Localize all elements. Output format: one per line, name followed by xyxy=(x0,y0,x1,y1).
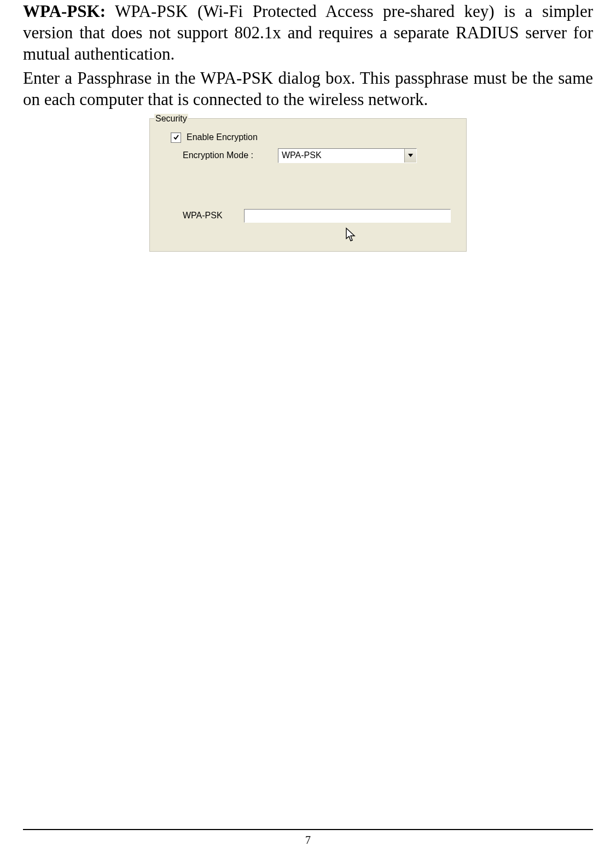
wpa-psk-input[interactable] xyxy=(244,209,451,223)
security-groupbox: Security Enable Encryption Encryption Mo… xyxy=(149,114,467,252)
page-number: 7 xyxy=(0,834,616,846)
enable-encryption-label: Enable Encryption xyxy=(187,132,258,142)
enable-encryption-row: Enable Encryption xyxy=(171,132,462,143)
wpa-psk-label: WPA-PSK xyxy=(183,211,244,221)
security-groupbox-title: Security xyxy=(154,114,188,124)
encryption-mode-dropdown-button[interactable] xyxy=(404,149,416,163)
chevron-down-icon xyxy=(408,154,413,157)
encryption-mode-value[interactable] xyxy=(278,149,404,163)
footer-divider xyxy=(23,829,593,830)
checkmark-icon xyxy=(173,134,179,141)
enable-encryption-checkbox[interactable] xyxy=(171,132,181,143)
security-dialog-screenshot: Security Enable Encryption Encryption Mo… xyxy=(149,114,467,252)
encryption-mode-row: Encryption Mode : xyxy=(183,148,462,163)
paragraph-wpapsk-definition: WPA-PSK: WPA-PSK (Wi-Fi Protected Access… xyxy=(23,0,593,65)
encryption-mode-label: Encryption Mode : xyxy=(183,150,278,160)
encryption-mode-combobox[interactable] xyxy=(278,148,417,163)
wpapsk-definition-text: WPA-PSK (Wi-Fi Protected Access pre-shar… xyxy=(23,2,593,63)
paragraph-passphrase-instruction: Enter a Passphrase in the WPA-PSK dialog… xyxy=(23,68,593,111)
wpa-psk-row: WPA-PSK xyxy=(183,209,462,223)
wpapsk-heading: WPA-PSK: xyxy=(23,2,106,21)
mouse-cursor-icon xyxy=(345,227,357,243)
